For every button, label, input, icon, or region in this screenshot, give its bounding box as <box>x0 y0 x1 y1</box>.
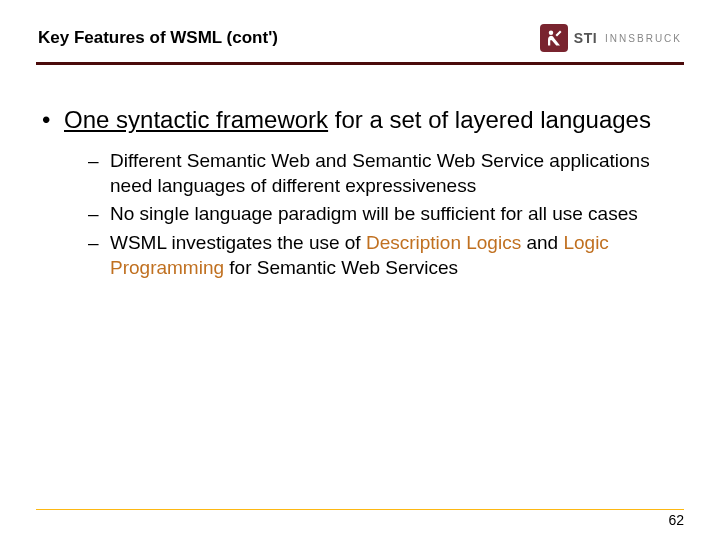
sub-bullet-list: – Different Semantic Web and Semantic We… <box>36 149 684 280</box>
bullet-level-1: • One syntactic framework for a set of l… <box>36 105 684 135</box>
sub-bullet-text: Different Semantic Web and Semantic Web … <box>110 149 684 198</box>
sub-bullet: – No single language paradigm will be su… <box>88 202 684 227</box>
logo-text-sti: STI <box>574 30 597 46</box>
logo: STI INNSBRUCK <box>540 24 682 52</box>
sub-bullet-text: No single language paradigm will be suff… <box>110 202 684 227</box>
footer: 62 <box>36 509 684 528</box>
content: • One syntactic framework for a set of l… <box>0 65 720 280</box>
sub-bullet-marker: – <box>88 202 110 227</box>
header: Key Features of WSML (cont') STI INNSBRU… <box>0 0 720 62</box>
slide: Key Features of WSML (cont') STI INNSBRU… <box>0 0 720 540</box>
sub-bullet: – Different Semantic Web and Semantic We… <box>88 149 684 198</box>
divider-bottom <box>36 509 684 510</box>
bullet-underlined: One syntactic framework <box>64 106 328 133</box>
sub-text-pre: WSML investigates the use of <box>110 232 366 253</box>
highlight-term: Description Logics <box>366 232 521 253</box>
svg-point-0 <box>549 31 554 36</box>
bullet-marker: • <box>36 105 64 135</box>
page-number: 62 <box>36 512 684 528</box>
sub-bullet-text: WSML investigates the use of Description… <box>110 231 684 280</box>
bullet-rest: for a set of layered languages <box>328 106 651 133</box>
slide-title: Key Features of WSML (cont') <box>38 28 278 48</box>
sub-text-mid: and <box>521 232 563 253</box>
sub-bullet: – WSML investigates the use of Descripti… <box>88 231 684 280</box>
sub-bullet-marker: – <box>88 149 110 198</box>
logo-text-innsbruck: INNSBRUCK <box>605 33 682 44</box>
bullet-text: One syntactic framework for a set of lay… <box>64 105 684 135</box>
sub-bullet-marker: – <box>88 231 110 280</box>
logo-icon <box>540 24 568 52</box>
sub-text-post: for Semantic Web Services <box>224 257 458 278</box>
